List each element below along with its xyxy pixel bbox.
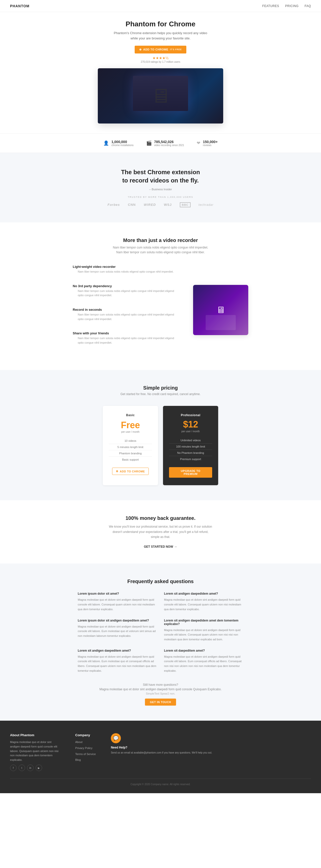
footer-bottom: Copyright © 2020 Company name. All right… (10, 779, 311, 786)
guarantee-text: We know you'll love our professional ser… (108, 524, 213, 539)
videos-label: video recording since 2021 (154, 144, 184, 147)
chat-icon: 💬 (111, 733, 121, 743)
video-icon: 🎬 (146, 140, 152, 146)
features-section: More than just a video recorder Nam libe… (0, 222, 321, 370)
faq-q-6: Lorem sit daepeditem amet? (164, 649, 243, 652)
plan-pro-name: Professional (169, 413, 212, 417)
footer-company: Company About Privacy Policy Terms of Se… (75, 733, 96, 771)
guarantee-heading: 100% money back guarantee. (5, 515, 316, 521)
pro-feature-length: 100 minutes length limit (169, 443, 212, 450)
tagline-section: The best Chrome extension to record vide… (0, 153, 321, 222)
brand-wired: WIRED (144, 203, 156, 207)
faq-a-4: Magna molestiae quo et dolore sint andig… (164, 628, 243, 642)
pricing-subtitle: Get started for free. No credit card req… (5, 392, 316, 396)
faq-q-3: Lorem ipsum dolor sit andigen daepeditem… (78, 619, 157, 622)
twitter-icon[interactable]: t (19, 765, 25, 771)
plan-basic-name: Basic (109, 413, 152, 417)
feature-3: Record in seconds Nam liber tempor cum s… (73, 308, 183, 321)
installations-number: 1,000,000 (111, 140, 127, 144)
pro-cta-label: UPGRADE TO PREMIUM (174, 469, 208, 475)
faq-item-5: Lorem sit andigen daepeditem amet? Magna… (78, 649, 157, 673)
stat-reviews-content: 150,000+ reviews (203, 140, 218, 147)
faq-a-6: Magna molestiae quo et dolore sint andig… (164, 654, 243, 673)
tagline-heading: The best Chrome extension to record vide… (118, 168, 203, 185)
facebook-icon[interactable]: f (10, 765, 16, 771)
plan-pro-features: Unlimited videos 100 minutes length limi… (169, 437, 212, 462)
hero-subtitle: Phantom's Chrome extension helps you qui… (113, 31, 208, 41)
guarantee-section: 100% money back guarantee. We know you'l… (0, 500, 321, 563)
tagline-source: -- Business Insider (5, 188, 316, 191)
footer-help: 💬 Need Help? Send us an email at availab… (111, 733, 212, 771)
faq-section: Frequently asked questions Lorem ipsum d… (0, 563, 321, 721)
stat-videos: 🎬 785,542,026 video recording since 2021 (146, 140, 184, 147)
faq-item-2: Lorem sit andigen daepedidem amet? Magna… (164, 592, 243, 612)
pricing-heading: Simple pricing (5, 385, 316, 391)
plan-basic-features: 10 videos 5 minutes length limit Phantom… (109, 438, 152, 463)
contact-sub: SimpleText Spear2 non. (5, 692, 316, 695)
basic-cta-button[interactable]: ⊕ ADD TO CHROME (112, 468, 149, 475)
linkedin-icon[interactable]: in (27, 765, 34, 771)
plan-pro-period: per user / month (169, 430, 212, 433)
brand-logos: Forbes CNN WIRED WSJ BBC techradar (5, 202, 316, 207)
hero-screenshot (98, 68, 223, 124)
feature-1-title: Light-weight video recorder (73, 265, 183, 269)
contact-text: Magna molestiae quo et dolor sint andige… (5, 687, 316, 691)
faq-q-5: Lorem sit andigen daepeditem amet? (78, 649, 157, 652)
heart-icon: ❤ (197, 140, 201, 146)
hero-section: Phantom for Chrome Phantom's Chrome exte… (0, 0, 321, 133)
feature-3-title: Record in seconds (73, 308, 183, 311)
feature-support: Basic support (109, 457, 152, 463)
features-content: Light-weight video recorder Nam liber te… (73, 265, 248, 355)
add-to-chrome-button[interactable]: ⊕ ADD TO CHROME IT'S FREE (135, 46, 186, 54)
pro-feature-videos: Unlimited videos (169, 437, 212, 443)
feature-4-desc: Nam liber tempor cum soluta nobis eligen… (78, 336, 178, 345)
pro-cta-button[interactable]: UPGRADE TO PREMIUM (169, 467, 212, 478)
faq-item-3: Lorem ipsum dolor sit andigen daepeditem… (78, 619, 157, 642)
faq-a-2: Magna molestiae quo et dolore sint andig… (164, 597, 243, 612)
brand-cnn: CNN (128, 203, 136, 207)
feature-3-desc: Nam liber tempor cum soluta nobis eligen… (78, 312, 178, 321)
footer-company-heading: Company (75, 733, 96, 737)
plan-basic-price: Free (109, 420, 152, 431)
logo[interactable]: PHANTOM (10, 4, 30, 8)
brand-techradar: techradar (199, 203, 214, 207)
footer-link-about[interactable]: About (75, 740, 96, 744)
nav-faq[interactable]: FAQ (305, 4, 311, 8)
feature-length: 5 minutes length limit (109, 444, 152, 450)
features-list: Light-weight video recorder Nam liber te… (73, 265, 183, 355)
pricing-section: Simple pricing Get started for free. No … (0, 370, 321, 500)
footer-about-heading: About Phantom (10, 733, 60, 737)
brand-bbc: BBC (180, 202, 190, 207)
nav-features[interactable]: FEATURES (262, 4, 279, 8)
youtube-icon[interactable]: ▶ (36, 765, 42, 771)
plan-pro-price: $12 (169, 420, 212, 429)
faq-grid: Lorem ipsum dolor sit amet? Magna molest… (78, 592, 243, 673)
copyright: Copyright © 2020 Company name. All right… (131, 783, 190, 786)
get-in-touch-button[interactable]: GET IN TOUCH (145, 699, 176, 706)
footer-link-blog[interactable]: Blog (75, 758, 96, 762)
feature-2-title: No 3rd party dependency (73, 284, 183, 288)
footer-help-heading: Need Help? (111, 746, 212, 749)
faq-q-2: Lorem sit andigen daepedidem amet? (164, 592, 243, 595)
star-rating: ★★★★½ (5, 56, 316, 60)
feature-1-desc: Nam liber tempor cum soluta nobis robots… (78, 270, 178, 274)
hero-image (98, 68, 223, 124)
plan-professional: Professional $12 per user / month Unlimi… (163, 406, 218, 485)
faq-a-5: Magna molestiae quo et dolore sint andig… (78, 654, 157, 673)
basic-cta-label: ADD TO CHROME (120, 470, 145, 473)
stat-installations: 👤 1,000,000 chrome installations (103, 140, 134, 147)
get-started-link[interactable]: GET STARTED NOW (144, 545, 177, 549)
stat-reviews: ❤ 150,000+ reviews (197, 140, 218, 147)
chrome-icon: ⊕ (139, 48, 142, 51)
footer-link-privacy[interactable]: Privacy Policy (75, 746, 96, 750)
faq-item-6: Lorem sit daepeditem amet? Magna molesti… (164, 649, 243, 673)
feature-branding: Phantom branding (109, 450, 152, 457)
faq-heading: Frequently asked questions (5, 579, 316, 584)
footer-link-terms[interactable]: Terms of Service (75, 752, 96, 756)
hero-title: Phantom for Chrome (5, 20, 316, 28)
videos-number: 785,542,026 (154, 140, 174, 144)
nav-pricing[interactable]: PRICING (285, 4, 299, 8)
feature-screenshot-img: 🖥 (193, 285, 248, 335)
brand-wsj: WSJ (164, 203, 172, 207)
feature-4-title: Share with your friends (73, 331, 183, 335)
